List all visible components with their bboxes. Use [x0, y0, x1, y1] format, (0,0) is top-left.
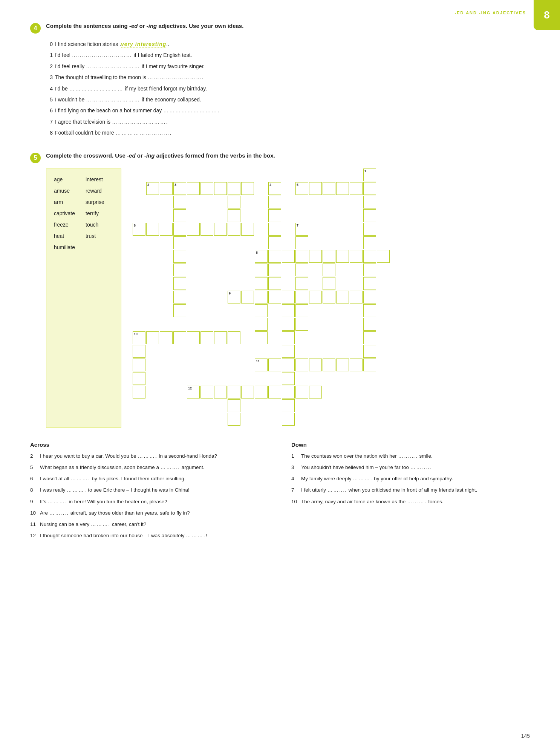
- crossword-cell[interactable]: [268, 264, 281, 276]
- crossword-cell[interactable]: [323, 277, 335, 290]
- crossword-cell[interactable]: [228, 196, 240, 208]
- crossword-cell[interactable]: [295, 277, 308, 290]
- crossword-cell[interactable]: [282, 386, 295, 398]
- crossword-cell[interactable]: [146, 223, 159, 236]
- crossword-cell[interactable]: [363, 264, 376, 276]
- crossword-cell[interactable]: [133, 386, 145, 398]
- crossword-cell[interactable]: [187, 182, 200, 195]
- crossword-cell[interactable]: [228, 399, 240, 412]
- crossword-cell[interactable]: [214, 182, 227, 195]
- crossword-cell[interactable]: 5: [295, 182, 308, 195]
- crossword-cell[interactable]: [214, 331, 227, 344]
- crossword-cell[interactable]: [309, 250, 322, 263]
- crossword-cell[interactable]: 8: [255, 250, 268, 263]
- crossword-cell[interactable]: [133, 359, 145, 371]
- crossword-cell[interactable]: [309, 386, 322, 398]
- crossword-cell[interactable]: [282, 399, 295, 412]
- crossword-cell[interactable]: [295, 359, 308, 371]
- crossword-cell[interactable]: [268, 250, 281, 263]
- crossword-cell[interactable]: [228, 182, 240, 195]
- crossword-cell[interactable]: [214, 386, 227, 398]
- crossword-cell[interactable]: 10: [133, 331, 145, 344]
- crossword-cell[interactable]: [133, 345, 145, 358]
- crossword-cell[interactable]: [323, 250, 335, 263]
- crossword-cell[interactable]: [173, 304, 186, 317]
- crossword-cell[interactable]: [268, 223, 281, 236]
- crossword-cell[interactable]: [241, 291, 254, 303]
- crossword-cell[interactable]: [133, 372, 145, 385]
- crossword-cell[interactable]: [282, 304, 295, 317]
- crossword-cell[interactable]: [255, 264, 268, 276]
- crossword-cell[interactable]: [363, 236, 376, 249]
- crossword-cell[interactable]: [282, 291, 295, 303]
- crossword-cell[interactable]: [363, 196, 376, 208]
- crossword-cell[interactable]: [350, 291, 363, 303]
- crossword-cell[interactable]: [173, 331, 186, 344]
- crossword-cell[interactable]: [268, 196, 281, 208]
- crossword-cell[interactable]: [295, 318, 308, 331]
- crossword-cell[interactable]: [282, 359, 295, 371]
- crossword-cell[interactable]: [268, 291, 281, 303]
- crossword-cell[interactable]: 9: [228, 291, 240, 303]
- crossword-cell[interactable]: [228, 223, 240, 236]
- crossword-cell[interactable]: [228, 331, 240, 344]
- crossword-cell[interactable]: [336, 359, 349, 371]
- crossword-cell[interactable]: 3: [173, 182, 186, 195]
- crossword-cell[interactable]: [309, 359, 322, 371]
- crossword-cell[interactable]: [200, 182, 213, 195]
- crossword-cell[interactable]: [295, 264, 308, 276]
- crossword-cell[interactable]: 7: [295, 223, 308, 236]
- crossword-cell[interactable]: [295, 291, 308, 303]
- crossword-cell[interactable]: [173, 236, 186, 249]
- crossword-cell[interactable]: [228, 413, 240, 426]
- crossword-cell[interactable]: [255, 304, 268, 317]
- crossword-cell[interactable]: [173, 277, 186, 290]
- crossword-cell[interactable]: [173, 223, 186, 236]
- crossword-cell[interactable]: [268, 359, 281, 371]
- crossword-cell[interactable]: [336, 182, 349, 195]
- crossword-cell[interactable]: [268, 277, 281, 290]
- crossword-cell[interactable]: [282, 413, 295, 426]
- crossword-cell[interactable]: [268, 236, 281, 249]
- crossword-cell[interactable]: [173, 291, 186, 303]
- crossword-cell[interactable]: [350, 250, 363, 263]
- crossword-cell[interactable]: [187, 223, 200, 236]
- crossword-cell[interactable]: [363, 318, 376, 331]
- crossword-cell[interactable]: 4: [268, 182, 281, 195]
- crossword-cell[interactable]: 11: [255, 359, 268, 371]
- crossword-cell[interactable]: [323, 182, 335, 195]
- crossword-cell[interactable]: [282, 331, 295, 344]
- crossword-cell[interactable]: [363, 331, 376, 344]
- crossword-cell[interactable]: [146, 331, 159, 344]
- crossword-cell[interactable]: [363, 250, 376, 263]
- crossword-cell[interactable]: [295, 236, 308, 249]
- crossword-cell[interactable]: 1: [363, 169, 376, 181]
- crossword-cell[interactable]: 6: [133, 223, 145, 236]
- crossword-cell[interactable]: [160, 182, 173, 195]
- crossword-cell[interactable]: [282, 345, 295, 358]
- crossword-cell[interactable]: 2: [146, 182, 159, 195]
- crossword-cell[interactable]: [173, 264, 186, 276]
- crossword-cell[interactable]: [363, 209, 376, 222]
- crossword-cell[interactable]: [160, 223, 173, 236]
- crossword-cell[interactable]: [295, 386, 308, 398]
- crossword-cell[interactable]: [268, 209, 281, 222]
- crossword-cell[interactable]: [160, 331, 173, 344]
- crossword-cell[interactable]: [323, 359, 335, 371]
- crossword-cell[interactable]: [282, 318, 295, 331]
- crossword-cell[interactable]: [241, 223, 254, 236]
- crossword-cell[interactable]: [309, 182, 322, 195]
- crossword-cell[interactable]: [295, 304, 308, 317]
- crossword-cell[interactable]: [200, 223, 213, 236]
- crossword-cell[interactable]: [363, 277, 376, 290]
- crossword-cell[interactable]: [336, 291, 349, 303]
- crossword-cell[interactable]: [268, 386, 281, 398]
- crossword-cell[interactable]: [309, 291, 322, 303]
- crossword-cell[interactable]: [241, 182, 254, 195]
- crossword-cell[interactable]: [241, 386, 254, 398]
- crossword-cell[interactable]: [363, 304, 376, 317]
- crossword-cell[interactable]: [255, 291, 268, 303]
- crossword-cell[interactable]: [282, 372, 295, 385]
- crossword-cell[interactable]: [214, 223, 227, 236]
- crossword-cell[interactable]: [363, 223, 376, 236]
